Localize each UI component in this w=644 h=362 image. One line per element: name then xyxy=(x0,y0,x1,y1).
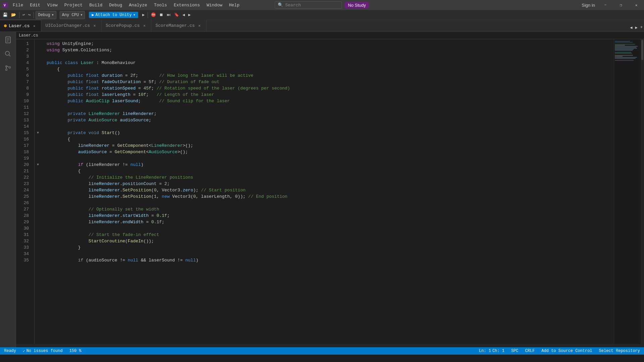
menu-analyze[interactable]: Analyze xyxy=(125,0,151,10)
code-line[interactable]: private void Start() xyxy=(47,130,614,136)
menu-build[interactable]: Build xyxy=(86,0,106,10)
gutter-icon[interactable] xyxy=(35,104,41,111)
tab-close-uicolor[interactable]: ✕ xyxy=(92,23,97,28)
gutter-icon[interactable] xyxy=(35,142,41,149)
toolbar-open[interactable]: 📂 xyxy=(10,11,17,19)
gutter-icon[interactable] xyxy=(35,238,41,244)
code-line[interactable]: public float rotationSpeed = 45f; // Rot… xyxy=(47,85,614,92)
activity-explorer[interactable] xyxy=(1,33,15,47)
code-editor[interactable]: using UnityEngine;using System.Collectio… xyxy=(41,39,614,344)
gutter-icon[interactable] xyxy=(35,111,41,117)
gutter-icon[interactable] xyxy=(35,181,41,187)
ready-status[interactable]: Ready xyxy=(3,347,17,355)
tab-scroll-left[interactable]: ◀ xyxy=(629,23,634,32)
code-line[interactable] xyxy=(47,123,614,130)
code-line[interactable]: if (lineRenderer != null) xyxy=(47,162,614,168)
code-line[interactable]: { xyxy=(47,66,614,72)
gutter-icon[interactable] xyxy=(35,257,41,263)
gutter-icon[interactable] xyxy=(35,85,41,92)
gutter-icon[interactable] xyxy=(35,53,41,60)
toolbar-icon-1[interactable]: ⛔ xyxy=(150,11,157,19)
platform-dropdown[interactable]: Any CPU ▾ xyxy=(60,11,85,19)
code-line[interactable]: lineRenderer.endWidth = 0.1f; xyxy=(47,219,614,225)
zoom-status[interactable]: 150 % xyxy=(68,347,83,355)
gutter-icon[interactable] xyxy=(35,193,41,200)
no-study-button[interactable]: No Study xyxy=(344,2,369,8)
code-line[interactable]: public class Laser : MonoBehaviour xyxy=(47,60,614,66)
gutter-icon[interactable] xyxy=(35,206,41,213)
menu-view[interactable]: View xyxy=(44,0,61,10)
code-line[interactable]: private AudioSource audioSource; xyxy=(47,117,614,123)
gutter-icon[interactable] xyxy=(35,244,41,251)
gutter-icon[interactable] xyxy=(35,219,41,225)
toolbar-icon-3[interactable]: ⏭ xyxy=(165,11,172,19)
gutter-icon[interactable] xyxy=(35,174,41,181)
activity-search[interactable] xyxy=(1,47,15,61)
gutter-icon[interactable] xyxy=(35,168,41,174)
code-line[interactable] xyxy=(47,53,614,60)
gutter-icon[interactable] xyxy=(35,92,41,98)
sign-in-button[interactable]: Sign in xyxy=(579,3,598,8)
minimize-button[interactable]: − xyxy=(598,0,613,10)
gutter-icon[interactable] xyxy=(35,187,41,193)
toolbar-icon-4[interactable]: 🔖 xyxy=(173,11,180,19)
tab-uicolorchanger[interactable]: UIColorChanger.cs ✕ xyxy=(41,20,102,32)
gutter-icon[interactable] xyxy=(35,155,41,162)
menu-window[interactable]: Window xyxy=(203,0,226,10)
code-line[interactable]: using UnityEngine; xyxy=(47,41,614,47)
gutter-icon[interactable]: ▼ xyxy=(35,130,41,136)
vertical-scrollbar[interactable] xyxy=(641,39,644,344)
add-to-source-button[interactable]: Add to Source Control xyxy=(540,347,593,355)
restore-button[interactable]: ❐ xyxy=(613,0,629,10)
code-line[interactable]: public AudioClip laserSound; // Sound cl… xyxy=(47,98,614,104)
gutter-icon[interactable] xyxy=(35,60,41,66)
code-line[interactable] xyxy=(47,251,614,257)
toolbar-undo[interactable]: ↩ xyxy=(21,11,26,19)
code-line[interactable]: lineRenderer.SetPosition(0, Vector3.zero… xyxy=(47,187,614,193)
menu-help[interactable]: Help xyxy=(226,0,243,10)
code-line[interactable] xyxy=(47,155,614,162)
tab-scroll-right[interactable]: ▶ xyxy=(634,23,639,32)
gutter-icon[interactable] xyxy=(35,213,41,219)
menu-extensions[interactable]: Extensions xyxy=(170,0,203,10)
gutter-icon[interactable] xyxy=(35,200,41,206)
gutter-icon[interactable] xyxy=(35,41,41,47)
gutter-icon[interactable] xyxy=(35,225,41,232)
code-line[interactable]: private LineRenderer lineRenderer; xyxy=(47,111,614,117)
scrollbar-thumb[interactable] xyxy=(641,40,643,60)
menu-debug[interactable]: Debug xyxy=(106,0,125,10)
tab-close-laser[interactable]: ✕ xyxy=(32,23,37,28)
menu-file[interactable]: File xyxy=(9,0,26,10)
code-line[interactable]: // Initialize the LineRenderer positions xyxy=(47,174,614,181)
code-line[interactable]: { xyxy=(47,168,614,174)
code-line[interactable]: if (audioSource != null && laserSound !=… xyxy=(47,257,614,263)
spaces-status[interactable]: SPC xyxy=(510,347,520,355)
encoding-status[interactable]: CRLF xyxy=(524,347,536,355)
ln-ch-status[interactable]: Ln: 1 Ch: 1 xyxy=(478,347,506,355)
code-line[interactable]: public float laserLength = 10f; // Lengt… xyxy=(47,92,614,98)
code-line[interactable]: lineRenderer.startWidth = 0.1f; xyxy=(47,213,614,219)
gutter-icon[interactable] xyxy=(35,66,41,72)
code-line[interactable]: lineRenderer.SetPosition(1, new Vector3(… xyxy=(47,193,614,200)
tab-close-scorepopup[interactable]: ✕ xyxy=(142,23,147,28)
gutter-icon[interactable] xyxy=(35,79,41,85)
gutter-icon[interactable] xyxy=(35,136,41,142)
code-line[interactable]: // Optionally set the width xyxy=(47,206,614,213)
tab-close-scoremanager[interactable]: ✕ xyxy=(197,23,202,28)
gutter-icon[interactable]: ▼ xyxy=(35,162,41,168)
gutter-icon[interactable] xyxy=(35,232,41,238)
toolbar-play-alt[interactable]: ▶ xyxy=(141,11,146,19)
minimap[interactable] xyxy=(614,39,641,344)
debug-config-dropdown[interactable]: Debug ▾ xyxy=(36,11,56,19)
menu-tools[interactable]: Tools xyxy=(151,0,170,10)
gutter-icon[interactable] xyxy=(35,72,41,79)
attach-to-unity-button[interactable]: ▶ Attach to Unity ▾ xyxy=(89,12,138,18)
code-line[interactable]: lineRenderer = GetComponent<LineRenderer… xyxy=(47,142,614,149)
code-line[interactable] xyxy=(47,225,614,232)
menu-project[interactable]: Project xyxy=(61,0,86,10)
toolbar-save[interactable]: 💾 xyxy=(1,11,9,19)
activity-git[interactable] xyxy=(1,61,15,75)
select-repository-button[interactable]: Select Repository xyxy=(598,347,641,355)
code-line[interactable]: public float duration = 2f; // How long … xyxy=(47,72,614,79)
code-line[interactable] xyxy=(47,200,614,206)
